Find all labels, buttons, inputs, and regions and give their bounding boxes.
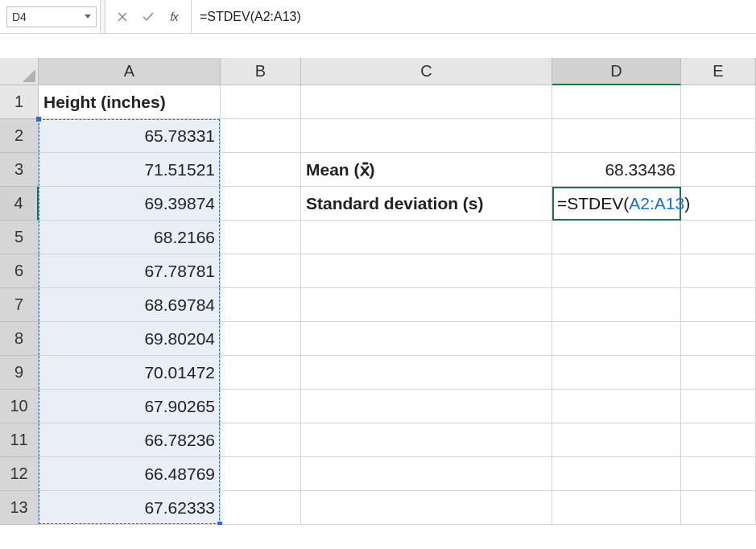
cell-B7[interactable] [221, 288, 301, 322]
formula-text: =STDEV(A2:A13) [200, 10, 301, 24]
cell-C6[interactable] [301, 254, 552, 288]
cell-E3[interactable] [681, 153, 756, 187]
row-header-8[interactable]: 8 [0, 322, 39, 356]
cell-A7[interactable]: 68.69784 [39, 288, 221, 322]
cell-B1[interactable] [221, 85, 301, 119]
row-header-10[interactable]: 10 [0, 390, 39, 423]
spreadsheet-grid: A B C D E 1 Height (inches) 2 65.78331 3… [0, 58, 756, 525]
cell-E6[interactable] [681, 254, 756, 288]
cell-D7[interactable] [552, 288, 681, 322]
cell-E5[interactable] [681, 221, 756, 254]
cell-A10[interactable]: 67.90265 [39, 390, 221, 423]
cell-D3[interactable]: 68.33436 [552, 153, 681, 187]
cell-E10[interactable] [681, 390, 756, 423]
cell-C1[interactable] [301, 85, 552, 119]
cell-E11[interactable] [681, 423, 756, 457]
cell-E8[interactable] [681, 322, 756, 356]
row-header-4[interactable]: 4 [0, 187, 39, 221]
cell-E2[interactable] [681, 119, 756, 153]
cell-C13[interactable] [301, 491, 552, 525]
cell-A13[interactable]: 67.62333 [39, 491, 221, 525]
row-header-13[interactable]: 13 [0, 491, 39, 525]
cell-C11[interactable] [301, 423, 552, 457]
cell-A2[interactable]: 65.78331 [39, 119, 221, 153]
cell-D2[interactable] [552, 119, 681, 153]
chevron-down-icon[interactable] [85, 14, 91, 19]
name-box-wrapper: D4 [0, 0, 101, 33]
cancel-button[interactable] [110, 5, 134, 29]
row-header-11[interactable]: 11 [0, 423, 39, 457]
cell-A3[interactable]: 71.51521 [39, 153, 221, 187]
row-header-5[interactable]: 5 [0, 221, 39, 254]
cell-B13[interactable] [221, 491, 301, 525]
cell-B5[interactable] [221, 221, 301, 254]
cell-E1[interactable] [681, 85, 756, 119]
cell-A4[interactable]: 69.39874 [39, 187, 221, 221]
row-header-9[interactable]: 9 [0, 356, 39, 390]
cell-D5[interactable] [552, 221, 681, 254]
name-box-value: D4 [12, 10, 81, 23]
cell-D1[interactable] [552, 85, 681, 119]
fx-icon[interactable]: fx [162, 5, 186, 29]
cell-B6[interactable] [221, 254, 301, 288]
cell-C8[interactable] [301, 322, 552, 356]
cell-A9[interactable]: 70.01472 [39, 356, 221, 390]
formula-bar: D4 fx =STDEV(A2:A13) [0, 0, 756, 34]
cell-D4[interactable]: =STDEV(A2:A13) [552, 187, 681, 221]
cell-D13[interactable] [552, 491, 681, 525]
cell-B12[interactable] [221, 457, 301, 491]
cell-B3[interactable] [221, 153, 301, 187]
col-header-B[interactable]: B [221, 58, 301, 85]
col-header-C[interactable]: C [301, 58, 552, 85]
row-header-6[interactable]: 6 [0, 254, 39, 288]
spacer [0, 34, 756, 58]
cell-B4[interactable] [221, 187, 301, 221]
cell-C3[interactable]: Mean (x̄) [301, 153, 552, 187]
cell-A11[interactable]: 66.78236 [39, 423, 221, 457]
confirm-button[interactable] [136, 5, 160, 29]
cell-B8[interactable] [221, 322, 301, 356]
cell-B2[interactable] [221, 119, 301, 153]
row-header-12[interactable]: 12 [0, 457, 39, 491]
cell-A8[interactable]: 69.80204 [39, 322, 221, 356]
cell-B9[interactable] [221, 356, 301, 390]
row-header-2[interactable]: 2 [0, 119, 39, 153]
cell-C7[interactable] [301, 288, 552, 322]
cell-D10[interactable] [552, 390, 681, 423]
formula-buttons: fx [105, 0, 192, 33]
cell-E12[interactable] [681, 457, 756, 491]
cell-A1[interactable]: Height (inches) [39, 85, 221, 119]
col-header-D[interactable]: D [552, 58, 681, 85]
cell-B11[interactable] [221, 423, 301, 457]
row-header-3[interactable]: 3 [0, 153, 39, 187]
formula-prefix: =STDEV( [557, 194, 629, 213]
cell-D9[interactable] [552, 356, 681, 390]
col-header-A[interactable]: A [39, 58, 221, 85]
col-header-E[interactable]: E [681, 58, 756, 85]
row-header-7[interactable]: 7 [0, 288, 39, 322]
formula-ref: A2:A13 [629, 194, 684, 213]
cell-E9[interactable] [681, 356, 756, 390]
select-all-corner[interactable] [0, 58, 39, 85]
cell-C5[interactable] [301, 221, 552, 254]
cell-C12[interactable] [301, 457, 552, 491]
cell-C2[interactable] [301, 119, 552, 153]
cell-D6[interactable] [552, 254, 681, 288]
cell-A6[interactable]: 67.78781 [39, 254, 221, 288]
formula-suffix: ) [684, 194, 690, 213]
cell-A5[interactable]: 68.2166 [39, 221, 221, 254]
cell-B10[interactable] [221, 390, 301, 423]
cell-D12[interactable] [552, 457, 681, 491]
formula-input[interactable]: =STDEV(A2:A13) [192, 0, 756, 33]
name-box[interactable]: D4 [6, 6, 97, 27]
cell-E13[interactable] [681, 491, 756, 525]
cell-E7[interactable] [681, 288, 756, 322]
cell-C10[interactable] [301, 390, 552, 423]
cell-A12[interactable]: 66.48769 [39, 457, 221, 491]
row-header-1[interactable]: 1 [0, 85, 39, 119]
cell-C9[interactable] [301, 356, 552, 390]
cell-C4[interactable]: Standard deviation (s) [301, 187, 552, 221]
cell-E4[interactable] [681, 187, 756, 221]
cell-D8[interactable] [552, 322, 681, 356]
cell-D11[interactable] [552, 423, 681, 457]
